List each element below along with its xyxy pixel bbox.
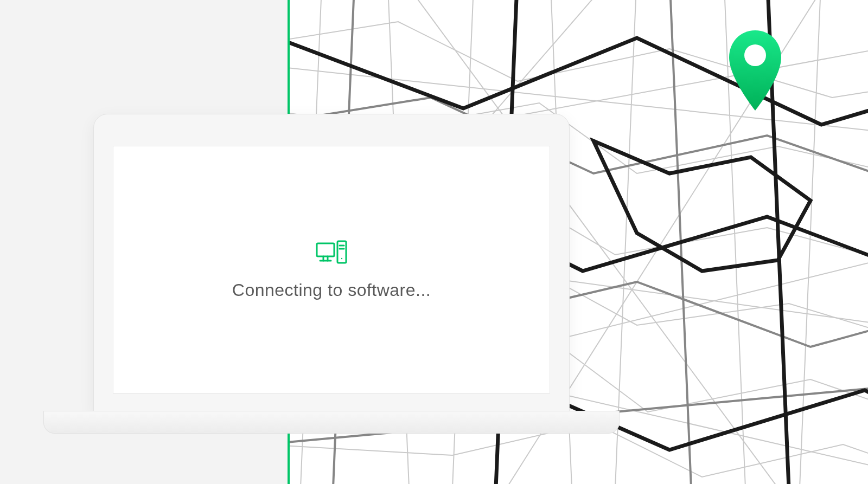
laptop-screen: Connecting to software...	[113, 146, 550, 393]
connecting-status-text: Connecting to software...	[232, 280, 431, 300]
computer-icon	[315, 239, 348, 265]
svg-point-0	[744, 44, 766, 66]
laptop-illustration: Connecting to software...	[43, 114, 618, 434]
loading-panel: Connecting to software...	[113, 146, 550, 393]
svg-point-3	[341, 258, 342, 259]
laptop-base	[43, 411, 620, 434]
svg-rect-2	[337, 241, 346, 263]
svg-rect-1	[317, 243, 334, 256]
map-pin-icon	[726, 28, 784, 115]
illustration-stage: Connecting to software...	[0, 0, 868, 484]
laptop-lid: Connecting to software...	[93, 114, 570, 413]
